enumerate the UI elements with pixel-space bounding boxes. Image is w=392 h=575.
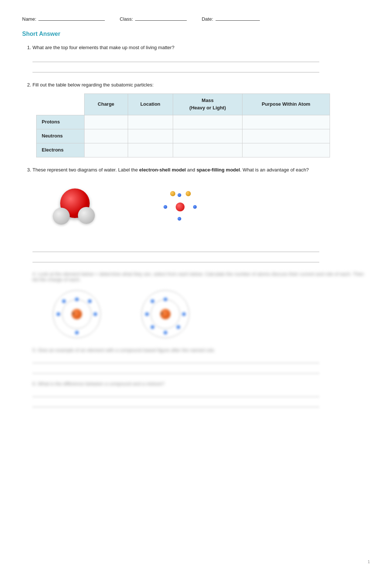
space-filling-model-label: space-filling model (196, 167, 240, 173)
question-4-blurred: 4. Look at the element below + determine… (32, 271, 370, 340)
answer-line-q1b[interactable] (32, 64, 319, 72)
electrons-charge[interactable] (84, 143, 128, 157)
water-shell-diagram (151, 181, 210, 233)
answer-line-q3b[interactable] (32, 254, 319, 262)
col-header-purpose: Purpose Within Atom (243, 93, 330, 115)
question-1-text: What are the top four elements that make… (32, 45, 174, 50)
p-label-atom2: p (161, 311, 163, 315)
electron-left (164, 205, 167, 209)
hydrogen-atom-1-spacefill (53, 208, 70, 225)
question-5-text: 5. Give an example of an element with a … (32, 347, 370, 353)
row-label-electrons: Electrons (37, 143, 85, 157)
atom-diagram-1: p (51, 288, 103, 340)
neutrons-location[interactable] (128, 129, 173, 143)
water-spacefill-model (53, 185, 101, 229)
electron-top (178, 193, 181, 197)
class-field: Class: (120, 15, 187, 22)
name-label: Name: (22, 16, 36, 22)
question-2: Fill out the table below regarding the s… (32, 81, 370, 157)
answer-line-q1[interactable] (32, 54, 319, 62)
answer-line-q5[interactable] (32, 355, 319, 363)
questions-list: What are the top four elements that make… (22, 44, 370, 262)
electron-bottom (178, 217, 181, 221)
question-2-text: Fill out the table below regarding the s… (32, 82, 154, 88)
date-underline (216, 15, 260, 21)
row-label-protons: Protons (37, 115, 85, 129)
class-underline (135, 15, 187, 21)
question-3-text-3: . What is an advantage of each? (240, 167, 309, 173)
col-header-charge: Charge (84, 93, 128, 115)
water-spacefill-diagram (47, 181, 106, 233)
hydrogen-1-shell (186, 191, 191, 196)
protons-purpose[interactable] (243, 115, 330, 129)
electron-right (193, 205, 197, 209)
row-label-neutrons: Neutrons (37, 129, 85, 143)
hydrogen-atom-2-spacefill (78, 207, 95, 224)
question-3-text-2: and (186, 167, 196, 173)
date-label: Date: (202, 16, 213, 22)
neutrons-charge[interactable] (84, 129, 128, 143)
date-field: Date: (202, 15, 259, 22)
protons-location[interactable] (128, 115, 173, 129)
header: Name: Class: Date: (22, 15, 370, 22)
name-field: Name: (22, 15, 105, 22)
question-5-blurred: 5. Give an example of an element with a … (32, 347, 370, 374)
neutrons-purpose[interactable] (243, 129, 330, 143)
question-3-text-1: These represent two diagrams of water. L… (32, 167, 139, 173)
answer-line-q6b[interactable] (32, 399, 319, 407)
electrons-location[interactable] (128, 143, 173, 157)
atom-diagrams-row: p p (51, 288, 370, 340)
electron-shell-model-label: electron-shell model (139, 167, 186, 173)
answer-line-q5b[interactable] (32, 365, 319, 374)
protons-mass[interactable] (173, 115, 242, 129)
col-header-mass: Mass(Heavy or Light) (173, 93, 242, 115)
hydrogen-2-shell (170, 191, 175, 196)
question-1: What are the top four elements that make… (32, 44, 370, 72)
col-header-location: Location (128, 93, 173, 115)
table-row-protons: Protons (37, 115, 330, 129)
electrons-mass[interactable] (173, 143, 242, 157)
col-header-blank (37, 93, 85, 115)
table-row-electrons: Electrons (37, 143, 330, 157)
neutrons-mass[interactable] (173, 129, 242, 143)
p-label-atom1: p (72, 311, 75, 315)
water-diagrams-row (47, 181, 370, 233)
subatomic-table-wrapper: Charge Location Mass(Heavy or Light) Pur… (36, 93, 370, 157)
question-4-text: 4. Look at the element below + determine… (32, 271, 370, 282)
name-underline (38, 15, 105, 21)
page-number: 1 (368, 559, 370, 564)
oxygen-center (176, 203, 185, 211)
subatomic-table: Charge Location Mass(Heavy or Light) Pur… (36, 93, 330, 157)
question-6-blurred: 6. What is the difference between a comp… (32, 381, 370, 407)
electrons-purpose[interactable] (243, 143, 330, 157)
answer-line-q3a[interactable] (32, 244, 319, 252)
question-6-text: 6. What is the difference between a comp… (32, 381, 370, 387)
water-shell-model (160, 187, 200, 227)
table-row-neutrons: Neutrons (37, 129, 330, 143)
table-body: Protons Neutrons Electrons (37, 115, 330, 157)
question-3: These represent two diagrams of water. L… (32, 166, 370, 263)
class-label: Class: (120, 16, 133, 22)
table-header: Charge Location Mass(Heavy or Light) Pur… (37, 93, 330, 115)
answer-line-q6[interactable] (32, 389, 319, 397)
section-title: Short Answer (22, 31, 370, 37)
atom-diagram-2: p (140, 288, 191, 340)
protons-charge[interactable] (84, 115, 128, 129)
